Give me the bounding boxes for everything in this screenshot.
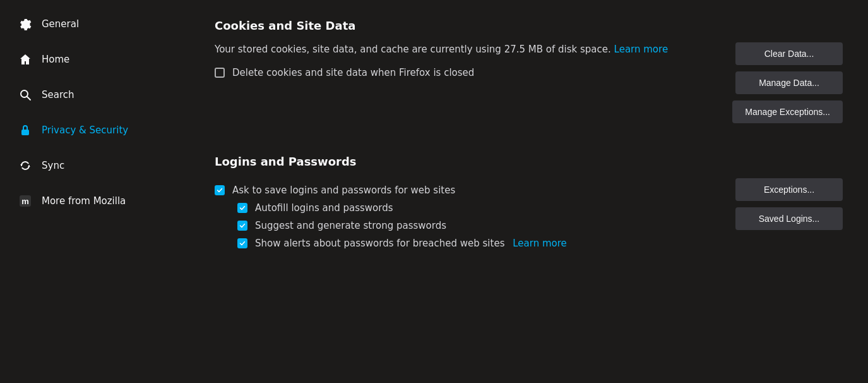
manage-data-button[interactable]: Manage Data... xyxy=(735,71,843,94)
sidebar-item-general[interactable]: General xyxy=(5,8,184,40)
main-content: Cookies and Site Data Your stored cookie… xyxy=(189,0,868,383)
cookies-learn-more-link[interactable]: Learn more xyxy=(614,44,669,55)
sidebar-item-general-label: General xyxy=(42,18,79,30)
svg-text:m: m xyxy=(21,197,29,206)
sidebar-item-more-mozilla[interactable]: m More from Mozilla xyxy=(5,185,184,217)
sidebar-item-home[interactable]: Home xyxy=(5,43,184,76)
sidebar-item-search[interactable]: Search xyxy=(5,78,184,111)
clear-data-button[interactable]: Clear Data... xyxy=(735,42,843,65)
cookies-section: Cookies and Site Data Your stored cookie… xyxy=(215,19,843,130)
autofill-row: Autofill logins and passwords xyxy=(237,202,716,214)
exceptions-button[interactable]: Exceptions... xyxy=(735,178,843,201)
suggest-strong-label: Suggest and generate strong passwords xyxy=(255,220,446,231)
ask-save-label: Ask to save logins and passwords for web… xyxy=(232,185,455,196)
svg-rect-2 xyxy=(21,130,29,135)
breach-alerts-row: Show alerts about passwords for breached… xyxy=(237,238,716,249)
ask-save-checkbox[interactable] xyxy=(215,185,225,195)
ask-save-row: Ask to save logins and passwords for web… xyxy=(215,185,716,196)
delete-cookies-label: Delete cookies and site data when Firefo… xyxy=(232,67,474,78)
cookies-section-title: Cookies and Site Data xyxy=(215,19,843,32)
search-icon xyxy=(18,87,33,102)
sidebar-item-search-label: Search xyxy=(42,89,74,100)
cookies-section-row: Your stored cookies, site data, and cach… xyxy=(215,42,843,130)
sidebar-item-privacy-label: Privacy & Security xyxy=(42,125,128,136)
suggest-strong-checkbox[interactable] xyxy=(237,221,247,231)
delete-cookies-row: Delete cookies and site data when Firefo… xyxy=(215,67,716,78)
logins-section-left: Ask to save logins and passwords for web… xyxy=(215,178,716,255)
saved-logins-button[interactable]: Saved Logins... xyxy=(735,207,843,230)
manage-exceptions-button[interactable]: Manage Exceptions... xyxy=(732,100,843,123)
suggest-strong-row: Suggest and generate strong passwords xyxy=(237,220,716,231)
logins-buttons: Exceptions... Saved Logins... xyxy=(716,178,843,236)
sidebar-item-privacy-security[interactable]: Privacy & Security xyxy=(5,114,184,147)
sync-icon xyxy=(18,158,33,173)
mozilla-icon: m xyxy=(18,193,33,209)
autofill-label: Autofill logins and passwords xyxy=(255,202,393,214)
logins-section: Logins and Passwords Ask to save logins … xyxy=(215,155,843,255)
sidebar-item-sync-label: Sync xyxy=(42,160,64,171)
breach-alerts-label: Show alerts about passwords for breached… xyxy=(255,238,567,249)
home-icon xyxy=(18,52,33,67)
cookies-section-left: Your stored cookies, site data, and cach… xyxy=(215,42,716,85)
sidebar: General Home Search Privacy & Security xyxy=(0,0,189,383)
svg-line-1 xyxy=(27,97,30,100)
logins-section-title: Logins and Passwords xyxy=(215,155,843,168)
delete-cookies-checkbox[interactable] xyxy=(215,68,225,78)
lock-icon xyxy=(18,123,33,138)
breach-learn-more-link[interactable]: Learn more xyxy=(513,238,567,249)
cookies-buttons: Clear Data... Manage Data... Manage Exce… xyxy=(716,42,843,130)
gear-icon xyxy=(18,16,33,32)
sidebar-item-mozilla-label: More from Mozilla xyxy=(42,195,126,207)
autofill-checkbox[interactable] xyxy=(237,203,247,213)
breach-alerts-checkbox[interactable] xyxy=(237,238,247,248)
sidebar-item-sync[interactable]: Sync xyxy=(5,149,184,182)
logins-section-row: Ask to save logins and passwords for web… xyxy=(215,178,843,255)
sidebar-item-home-label: Home xyxy=(42,54,69,65)
cookies-description: Your stored cookies, site data, and cach… xyxy=(215,42,688,57)
